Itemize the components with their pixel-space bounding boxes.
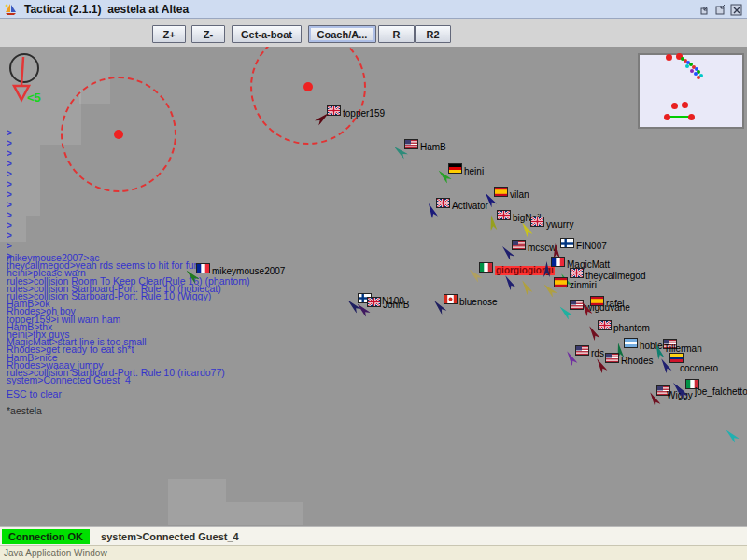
toolbar: Z+Z-Get-a-boatCoach/A...RR2 bbox=[0, 19, 747, 47]
flag-uk-icon bbox=[327, 105, 341, 116]
boat-label: coconero bbox=[680, 364, 718, 373]
boat-label: Activator bbox=[452, 202, 488, 211]
connection-status-badge: Connection OK bbox=[2, 529, 90, 544]
boat-hull-bigNeil[interactable] bbox=[488, 215, 498, 231]
flag-ve-icon bbox=[669, 353, 684, 363]
boat-label: zinmiri bbox=[570, 281, 597, 290]
boat-hull[interactable] bbox=[519, 278, 533, 295]
status-bar: Connection OK system>Connected Guest_4 bbox=[0, 526, 747, 545]
flag-fr-icon bbox=[196, 263, 210, 273]
chat-prompt-chevron: > bbox=[7, 190, 12, 200]
window-controls bbox=[698, 3, 743, 16]
boat-label: Wiggy bbox=[667, 391, 693, 400]
status-message: system>Connected Guest_4 bbox=[101, 531, 239, 542]
minimap-mark-dot bbox=[688, 114, 695, 120]
flag-de-icon bbox=[448, 163, 462, 174]
flag-us-icon bbox=[605, 353, 619, 363]
minimap-boat-dot bbox=[697, 76, 700, 79]
boat-label: topper159 bbox=[343, 109, 385, 119]
minimap-mark-dot bbox=[682, 102, 688, 108]
own-boat-label: *aestela bbox=[7, 405, 42, 416]
zoom-out-button[interactable]: Z- bbox=[191, 25, 225, 43]
flag-es-icon bbox=[554, 277, 568, 287]
water-shade-patch bbox=[226, 502, 303, 525]
flag-uk-icon bbox=[497, 210, 511, 220]
r-button[interactable]: R bbox=[378, 25, 415, 43]
flag-us-icon bbox=[512, 240, 526, 250]
minimap-mark-dot bbox=[671, 103, 678, 109]
flag-uk-icon bbox=[530, 217, 544, 227]
window-title: Tacticat (2.1.1) aestela at Altea bbox=[22, 3, 194, 16]
r2-button[interactable]: R2 bbox=[415, 25, 451, 43]
minimap-mark-dot bbox=[664, 114, 670, 120]
flag-it-icon bbox=[479, 262, 493, 273]
boat-label: HamB bbox=[420, 143, 446, 152]
flag-us-icon bbox=[570, 300, 584, 310]
flag-ca-icon bbox=[444, 294, 458, 304]
flag-fr-icon bbox=[551, 257, 565, 267]
mark-buoy[interactable] bbox=[303, 82, 313, 91]
boat-label: bluenose bbox=[459, 298, 498, 307]
flag-uk-icon bbox=[367, 297, 381, 307]
boat-label: ywurry bbox=[546, 220, 573, 230]
race-map[interactable]: <5 ESC to clear *aestela >>>>>>>>>>>>>mi… bbox=[0, 47, 747, 526]
esc-hint: ESC to clear bbox=[7, 388, 62, 399]
minimize-icon[interactable] bbox=[698, 3, 712, 16]
flag-us-icon bbox=[404, 139, 418, 149]
chat-prompt-chevron: > bbox=[7, 231, 12, 241]
chat-prompt-chevron: > bbox=[7, 170, 12, 179]
minimap-boat-dot bbox=[685, 64, 689, 68]
boat-label: vilan bbox=[510, 190, 529, 200]
chat-prompt-chevron: > bbox=[7, 242, 12, 251]
chat-line: system>Connected Guest_4 bbox=[7, 375, 131, 385]
boat-hull[interactable] bbox=[724, 427, 740, 443]
chat-prompt-chevron: > bbox=[7, 139, 12, 148]
boat-label: mikeymouse2007 bbox=[212, 267, 285, 276]
chat-prompt-chevron: > bbox=[7, 201, 12, 210]
boat-label: mcscw bbox=[528, 244, 557, 253]
minimap-mark-dot bbox=[666, 54, 672, 61]
flag-us-icon bbox=[575, 345, 589, 356]
water-shade-patch bbox=[0, 216, 26, 242]
chat-prompt-chevron: > bbox=[7, 129, 12, 138]
boat-label: Rhodes bbox=[621, 357, 653, 366]
boat-label: heini bbox=[464, 167, 484, 176]
water-shade-patch bbox=[168, 479, 226, 525]
coach-button[interactable]: Coach/A... bbox=[308, 25, 376, 43]
mark-buoy[interactable] bbox=[114, 130, 123, 139]
boat-label: rds bbox=[591, 349, 604, 358]
boat-label: FIN007 bbox=[576, 242, 607, 251]
boat-label: rafel bbox=[606, 300, 624, 309]
close-icon[interactable] bbox=[730, 3, 743, 16]
flag-es-icon bbox=[494, 187, 508, 197]
chat-prompt-chevron: > bbox=[7, 211, 12, 220]
flag-fi-icon bbox=[560, 238, 574, 248]
chat-prompt-chevron: > bbox=[7, 180, 12, 189]
boat-label: phantom bbox=[613, 324, 650, 333]
java-banner: Java Application Window bbox=[0, 545, 747, 560]
flag-es-icon bbox=[590, 296, 604, 306]
flag-uk-icon bbox=[570, 268, 584, 278]
boat-label: joe_falchetto bbox=[695, 387, 747, 397]
get-a-boat-button[interactable]: Get-a-boat bbox=[232, 25, 302, 43]
chat-prompt-chevron: > bbox=[7, 221, 12, 231]
mark-zone-circle bbox=[250, 47, 366, 145]
maximize-icon[interactable] bbox=[714, 3, 727, 16]
boat-hull[interactable] bbox=[502, 273, 516, 290]
chat-prompt-chevron: > bbox=[7, 149, 12, 159]
chat-prompt-chevron: > bbox=[7, 160, 12, 169]
flag-uk-icon bbox=[436, 198, 450, 208]
flag-uk-icon bbox=[598, 320, 612, 330]
zoom-in-button[interactable]: Z+ bbox=[152, 25, 186, 43]
flag-ar-icon bbox=[624, 338, 638, 348]
boat-label: JohnB bbox=[383, 301, 409, 310]
title-bar[interactable]: Tacticat (2.1.1) aestela at Altea bbox=[0, 0, 747, 19]
app-icon bbox=[4, 3, 18, 16]
